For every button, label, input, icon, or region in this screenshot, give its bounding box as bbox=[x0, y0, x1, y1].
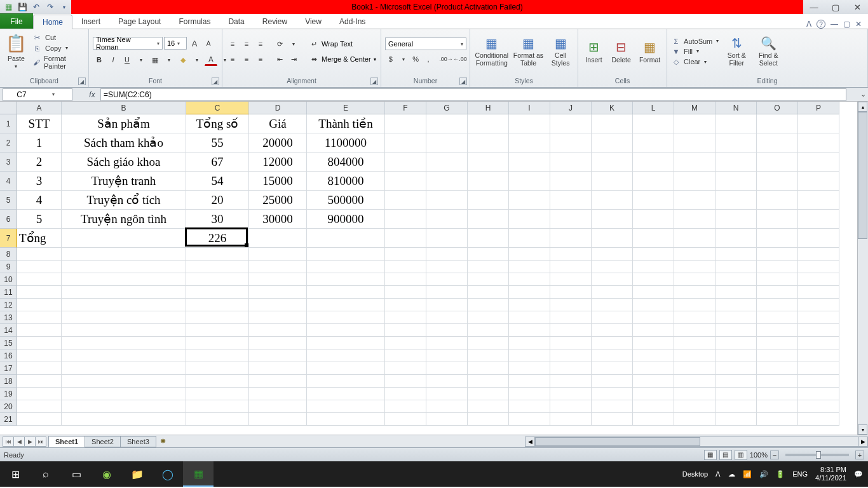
explorer-icon[interactable]: 📁 bbox=[122, 461, 153, 487]
cell-P2[interactable] bbox=[798, 133, 839, 152]
cell-K21[interactable] bbox=[592, 413, 633, 426]
cell-E7[interactable] bbox=[307, 229, 385, 248]
cell-D3[interactable]: 12000 bbox=[249, 152, 307, 172]
maximize-button[interactable]: ▢ bbox=[825, 0, 846, 14]
row-header-10[interactable]: 10 bbox=[0, 273, 17, 286]
cell-E11[interactable] bbox=[307, 286, 385, 299]
row-header-2[interactable]: 2 bbox=[0, 133, 17, 152]
cell-C8[interactable] bbox=[186, 248, 249, 261]
cell-I9[interactable] bbox=[509, 261, 550, 273]
search-icon[interactable]: ⌕ bbox=[31, 461, 61, 487]
cell-N15[interactable] bbox=[715, 337, 757, 349]
cell-O6[interactable] bbox=[757, 210, 798, 229]
cell-L12[interactable] bbox=[633, 299, 674, 311]
format-as-table-button[interactable]: ▦Format as Table bbox=[513, 30, 544, 72]
cell-H8[interactable] bbox=[468, 248, 509, 261]
cell-A14[interactable] bbox=[17, 324, 62, 337]
cell-G9[interactable] bbox=[426, 261, 468, 273]
cell-J12[interactable] bbox=[550, 299, 592, 311]
spreadsheet-grid[interactable]: ABCDEFGHIJKLMNOP 12345678910111213141516… bbox=[0, 102, 868, 435]
underline-dropdown[interactable]: ▾ bbox=[135, 53, 147, 66]
zoom-knob[interactable] bbox=[816, 451, 821, 459]
cell-L9[interactable] bbox=[633, 261, 674, 273]
chrome-icon[interactable]: ◉ bbox=[92, 461, 122, 487]
cell-B20[interactable] bbox=[62, 400, 186, 413]
row-header-13[interactable]: 13 bbox=[0, 311, 17, 324]
cell-F4[interactable] bbox=[385, 172, 426, 191]
cell-H16[interactable] bbox=[468, 349, 509, 362]
cell-F9[interactable] bbox=[385, 261, 426, 273]
cell-P6[interactable] bbox=[798, 210, 839, 229]
column-header-L[interactable]: L bbox=[633, 102, 674, 114]
cell-N1[interactable] bbox=[715, 114, 757, 133]
cell-P17[interactable] bbox=[798, 362, 839, 375]
cell-L6[interactable] bbox=[633, 210, 674, 229]
scroll-up-icon[interactable]: ▴ bbox=[858, 102, 867, 112]
cell-A17[interactable] bbox=[17, 362, 62, 375]
column-header-H[interactable]: H bbox=[468, 102, 509, 114]
cell-C1[interactable]: Tổng số bbox=[186, 114, 249, 133]
wrap-text-button[interactable]: ↵Wrap Text bbox=[308, 37, 376, 50]
row-header-3[interactable]: 3 bbox=[0, 152, 17, 172]
autosum-button[interactable]: ΣAutoSum▾ bbox=[671, 37, 719, 45]
cell-K18[interactable] bbox=[592, 375, 633, 388]
underline-button[interactable]: U bbox=[121, 53, 133, 66]
cell-C2[interactable]: 55 bbox=[186, 133, 249, 152]
cell-F8[interactable] bbox=[385, 248, 426, 261]
cell-B21[interactable] bbox=[62, 413, 186, 426]
hscroll-left-icon[interactable]: ◀ bbox=[525, 437, 535, 447]
cell-E8[interactable] bbox=[307, 248, 385, 261]
cell-B12[interactable] bbox=[62, 299, 186, 311]
cell-C21[interactable] bbox=[186, 413, 249, 426]
cell-E17[interactable] bbox=[307, 362, 385, 375]
cell-I17[interactable] bbox=[509, 362, 550, 375]
sheet-nav-next-icon[interactable]: ▶ bbox=[24, 437, 36, 447]
cell-B9[interactable] bbox=[62, 261, 186, 273]
cell-E14[interactable] bbox=[307, 324, 385, 337]
cell-J21[interactable] bbox=[550, 413, 592, 426]
start-button[interactable]: ⊞ bbox=[0, 461, 31, 487]
align-left-icon[interactable]: ≡ bbox=[226, 53, 239, 65]
cell-L10[interactable] bbox=[633, 273, 674, 286]
cell-H5[interactable] bbox=[468, 191, 509, 210]
cell-B7[interactable] bbox=[62, 229, 186, 248]
cell-M10[interactable] bbox=[674, 273, 715, 286]
cell-B15[interactable] bbox=[62, 337, 186, 349]
font-name-combo[interactable]: Times New Roman▾ bbox=[93, 37, 163, 50]
close-button[interactable]: ✕ bbox=[846, 0, 868, 14]
cell-F15[interactable] bbox=[385, 337, 426, 349]
tab-addins[interactable]: Add-Ins bbox=[330, 14, 374, 29]
cell-A19[interactable] bbox=[17, 388, 62, 400]
cell-J10[interactable] bbox=[550, 273, 592, 286]
fill-dropdown[interactable]: ▾ bbox=[191, 53, 203, 66]
name-box[interactable]: C7▾ bbox=[3, 88, 72, 101]
cell-F6[interactable] bbox=[385, 210, 426, 229]
cell-H13[interactable] bbox=[468, 311, 509, 324]
cell-O10[interactable] bbox=[757, 273, 798, 286]
cell-E6[interactable]: 900000 bbox=[307, 210, 385, 229]
tab-review[interactable]: Review bbox=[254, 14, 296, 29]
cell-D8[interactable] bbox=[249, 248, 307, 261]
cell-M1[interactable] bbox=[674, 114, 715, 133]
cell-A4[interactable]: 3 bbox=[17, 172, 62, 191]
border-dropdown[interactable]: ▾ bbox=[163, 53, 175, 66]
cell-O11[interactable] bbox=[757, 286, 798, 299]
cell-N14[interactable] bbox=[715, 324, 757, 337]
cell-I12[interactable] bbox=[509, 299, 550, 311]
cell-C3[interactable]: 67 bbox=[186, 152, 249, 172]
cell-B4[interactable]: Truyện tranh bbox=[62, 172, 186, 191]
cell-A3[interactable]: 2 bbox=[17, 152, 62, 172]
cell-P8[interactable] bbox=[798, 248, 839, 261]
cell-N3[interactable] bbox=[715, 152, 757, 172]
cell-I8[interactable] bbox=[509, 248, 550, 261]
cell-N16[interactable] bbox=[715, 349, 757, 362]
cell-J3[interactable] bbox=[550, 152, 592, 172]
cell-A6[interactable]: 5 bbox=[17, 210, 62, 229]
cell-D21[interactable] bbox=[249, 413, 307, 426]
cell-C11[interactable] bbox=[186, 286, 249, 299]
cell-F11[interactable] bbox=[385, 286, 426, 299]
cell-A9[interactable] bbox=[17, 261, 62, 273]
format-painter-button[interactable]: 🖌Format Painter bbox=[32, 55, 85, 70]
wifi-icon[interactable]: 📶 bbox=[743, 470, 752, 478]
cell-G1[interactable] bbox=[426, 114, 468, 133]
